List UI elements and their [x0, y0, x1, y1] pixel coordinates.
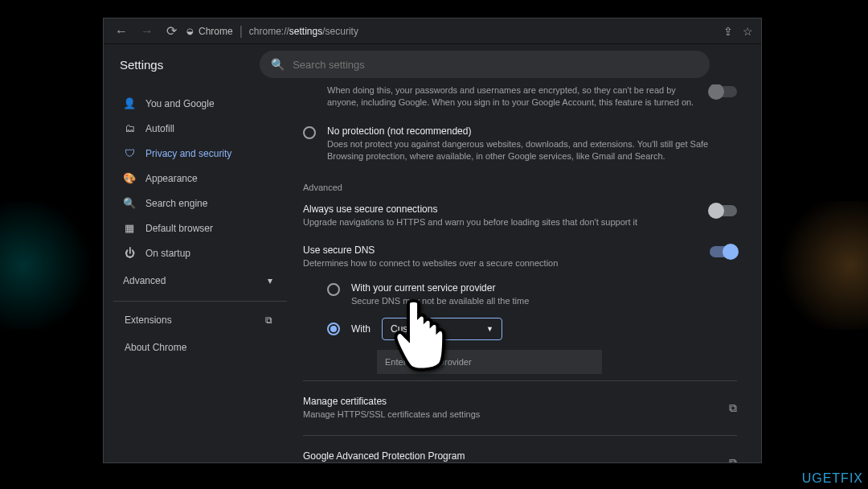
watermark: UGETFIX: [802, 471, 863, 486]
browser-window: ← → ⟳ ◒ Chrome | chrome://settings/secur…: [103, 18, 762, 463]
autofill-icon: 🗂: [123, 122, 136, 134]
url-display[interactable]: chrome://settings/security: [249, 26, 358, 37]
dns-current-provider-desc: Secure DNS may not be available all the …: [351, 295, 737, 307]
dns-custom-input[interactable]: Enter custom provider: [377, 350, 602, 374]
divider: [303, 435, 737, 436]
advanced-protection-program[interactable]: Google Advanced Protection Program Safeg…: [303, 442, 737, 462]
encryption-desc: When doing this, your passwords and user…: [327, 84, 698, 109]
back-button[interactable]: ←: [112, 24, 131, 39]
secure-dns-toggle[interactable]: [710, 246, 737, 257]
no-protection-desc: Does not protect you against dangerous w…: [327, 138, 737, 163]
divider: [303, 380, 737, 381]
url-suffix: /security: [322, 26, 358, 37]
sidebar-advanced-label: Advanced: [123, 275, 166, 286]
sidebar-item-label: Search engine: [145, 198, 207, 209]
sidebar-item-label: On startup: [145, 248, 190, 259]
settings-sidebar: 👤 You and Google 🗂 Autofill 🛡 Privacy an…: [104, 84, 287, 462]
dns-custom-placeholder: Enter custom provider: [385, 357, 472, 367]
encryption-toggle[interactable]: [710, 86, 737, 97]
site-name: Chrome: [199, 26, 233, 37]
search-icon: 🔍: [123, 197, 136, 209]
certs-desc: Manage HTTPS/SSL certificates and settin…: [303, 409, 480, 421]
sidebar-extensions-label: Extensions: [125, 314, 172, 326]
url-highlight: settings: [289, 26, 322, 37]
search-settings[interactable]: 🔍: [260, 51, 710, 78]
address-bar: ← → ⟳ ◒ Chrome | chrome://settings/secur…: [104, 18, 761, 44]
certs-title: Manage certificates: [303, 396, 480, 409]
person-icon: 👤: [123, 97, 136, 109]
sidebar-item-default-browser[interactable]: ▦ Default browser: [113, 216, 287, 240]
dns-select-value: Custom: [391, 323, 424, 335]
sidebar-item-privacy-security[interactable]: 🛡 Privacy and security: [113, 141, 287, 166]
appearance-icon: 🎨: [123, 172, 136, 184]
background-decor: [772, 201, 868, 330]
sidebar-item-label: Default browser: [145, 223, 213, 234]
sidebar-advanced-toggle[interactable]: Advanced ▾: [113, 265, 287, 296]
search-icon: 🔍: [271, 58, 285, 71]
sidebar-item-label: Appearance: [145, 173, 198, 184]
forward-button[interactable]: →: [137, 24, 157, 39]
sidebar-item-you-and-google[interactable]: 👤 You and Google: [113, 91, 287, 116]
open-external-icon: ⧉: [729, 456, 737, 462]
always-https-desc: Upgrade navigations to HTTPS and warn yo…: [303, 216, 698, 228]
chevron-down-icon: ▼: [486, 325, 493, 333]
divider: [113, 301, 287, 302]
page-title: Settings: [120, 58, 163, 72]
url-prefix: chrome://: [249, 26, 289, 37]
background-decor: [0, 201, 96, 330]
shield-icon: 🛡: [123, 147, 136, 159]
settings-main: When doing this, your passwords and user…: [287, 84, 761, 462]
radio-no-protection[interactable]: [303, 126, 316, 139]
site-info-icon: ◒: [186, 27, 194, 35]
share-icon[interactable]: ⇪: [723, 25, 733, 38]
chevron-down-icon: ▾: [268, 275, 272, 286]
sidebar-extensions[interactable]: Extensions ⧉: [113, 306, 287, 334]
manage-certificates[interactable]: Manage certificates Manage HTTPS/SSL cer…: [303, 388, 737, 429]
open-external-icon: ⧉: [265, 314, 272, 326]
sidebar-about-label: About Chrome: [125, 342, 186, 353]
sidebar-item-search-engine[interactable]: 🔍 Search engine: [113, 191, 287, 216]
open-external-icon: ⧉: [729, 401, 737, 415]
settings-topbar: Settings 🔍: [104, 44, 761, 84]
power-icon: ⏻: [123, 247, 136, 259]
secure-dns-desc: Determines how to connect to websites ov…: [303, 257, 698, 269]
always-https-toggle[interactable]: [710, 205, 737, 216]
sidebar-item-label: Autofill: [145, 123, 174, 134]
sidebar-item-label: You and Google: [145, 98, 215, 109]
browser-icon: ▦: [123, 222, 136, 234]
sidebar-item-label: Privacy and security: [145, 148, 231, 159]
sidebar-item-on-startup[interactable]: ⏻ On startup: [113, 240, 287, 265]
dns-provider-select[interactable]: Custom ▼: [382, 318, 502, 340]
always-https-title: Always use secure connections: [303, 203, 698, 216]
site-info[interactable]: ◒ Chrome: [186, 26, 233, 37]
sidebar-item-autofill[interactable]: 🗂 Autofill: [113, 116, 287, 141]
advanced-section-label: Advanced: [303, 171, 737, 195]
reload-button[interactable]: ⟳: [163, 23, 180, 39]
dns-with-label: With: [351, 323, 371, 335]
sidebar-about-chrome[interactable]: About Chrome: [113, 334, 287, 361]
search-input[interactable]: [293, 59, 698, 71]
gap-title: Google Advanced Protection Program: [303, 450, 611, 462]
star-icon[interactable]: ☆: [743, 25, 753, 38]
radio-dns-with-custom[interactable]: [327, 323, 340, 335]
secure-dns-title: Use secure DNS: [303, 244, 698, 257]
sidebar-item-appearance[interactable]: 🎨 Appearance: [113, 166, 287, 191]
dns-current-provider-title: With your current service provider: [351, 282, 737, 295]
radio-dns-current-provider[interactable]: [327, 283, 340, 296]
no-protection-title: No protection (not recommended): [327, 125, 737, 138]
